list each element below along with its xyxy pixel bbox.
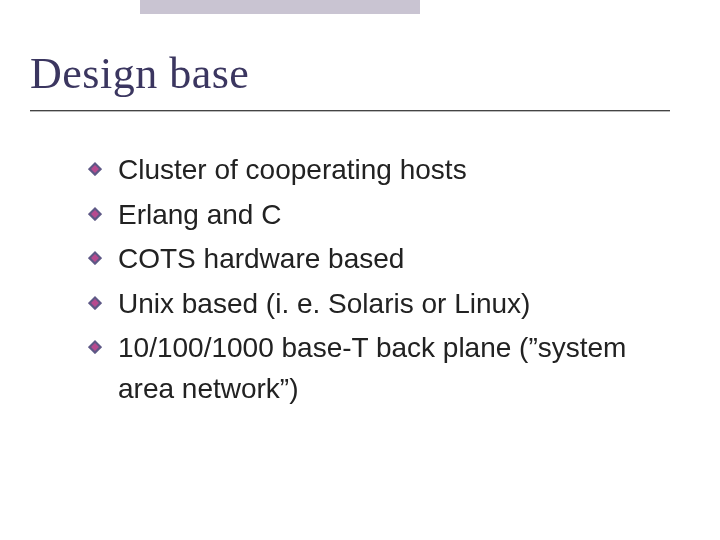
- list-item: Unix based (i. e. Solaris or Linux): [88, 284, 660, 325]
- list-item: Erlang and C: [88, 195, 660, 236]
- bullet-list: Cluster of cooperating hosts Erlang and …: [88, 150, 660, 414]
- list-item: Cluster of cooperating hosts: [88, 150, 660, 191]
- list-item: COTS hardware based: [88, 239, 660, 280]
- diamond-bullet-icon: [88, 296, 102, 310]
- list-item-text: COTS hardware based: [118, 243, 404, 274]
- list-item-text: Cluster of cooperating hosts: [118, 154, 467, 185]
- diamond-bullet-icon: [88, 340, 102, 354]
- diamond-bullet-icon: [88, 162, 102, 176]
- slide-title: Design base: [30, 48, 249, 99]
- list-item-text: Unix based (i. e. Solaris or Linux): [118, 288, 530, 319]
- list-item-text: 10/100/1000 base-T back plane (”system a…: [118, 332, 626, 404]
- accent-bar: [140, 0, 420, 14]
- list-item-text: Erlang and C: [118, 199, 281, 230]
- title-underline: [30, 110, 670, 112]
- diamond-bullet-icon: [88, 207, 102, 221]
- diamond-bullet-icon: [88, 251, 102, 265]
- list-item: 10/100/1000 base-T back plane (”system a…: [88, 328, 660, 409]
- slide: Design base Cluster of cooperating hosts…: [0, 0, 720, 540]
